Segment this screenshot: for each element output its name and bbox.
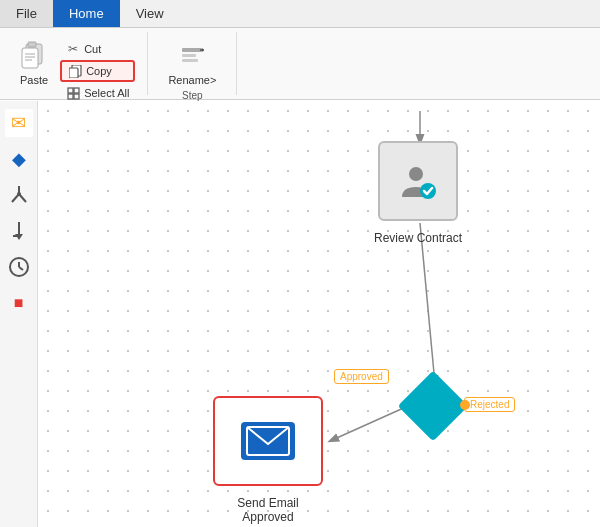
select-all-label: Select All <box>84 87 129 99</box>
svg-point-20 <box>17 192 21 196</box>
svg-rect-11 <box>74 94 79 99</box>
decision-diamond-node[interactable] <box>398 371 469 442</box>
rejected-dot <box>460 400 470 410</box>
send-email-approved-node[interactable] <box>213 396 323 486</box>
svg-rect-9 <box>74 88 79 93</box>
rejected-label: Rejected <box>464 397 515 412</box>
svg-rect-2 <box>28 42 36 47</box>
svg-line-26 <box>19 267 23 270</box>
svg-rect-14 <box>182 59 198 62</box>
svg-rect-12 <box>182 48 202 52</box>
paste-label: Paste <box>20 74 48 86</box>
rename-icon <box>178 40 206 72</box>
sidebar-diamond[interactable]: ◆ <box>5 145 33 173</box>
svg-line-29 <box>420 223 435 384</box>
copy-button[interactable]: Copy <box>60 60 135 82</box>
approved-label: Approved <box>334 369 389 384</box>
svg-point-31 <box>409 167 423 181</box>
review-icon <box>398 161 438 201</box>
svg-rect-8 <box>68 88 73 93</box>
svg-rect-1 <box>22 48 38 68</box>
canvas: Review Contract Approved Rejected Send E… <box>38 101 600 527</box>
menu-file[interactable]: File <box>0 0 53 27</box>
menu-home[interactable]: Home <box>53 0 120 27</box>
copy-label: Copy <box>86 65 112 77</box>
sidebar: ✉ ◆ ■ <box>0 101 38 527</box>
review-contract-node[interactable] <box>378 141 458 221</box>
rename-label: Rename> <box>168 74 216 86</box>
select-all-icon <box>66 86 80 100</box>
send-email-approved-label: Send Email Approved <box>213 496 323 524</box>
sidebar-stop[interactable]: ■ <box>5 289 33 317</box>
sidebar-branch[interactable] <box>5 181 33 209</box>
sidebar-arrow[interactable] <box>5 217 33 245</box>
email-envelope-icon <box>241 422 295 460</box>
cut-label: Cut <box>84 43 101 55</box>
sidebar-envelope[interactable]: ✉ <box>5 109 33 137</box>
copy-icon <box>68 64 82 78</box>
paste-icon <box>20 40 48 72</box>
clipboard-col: ✂ Cut Copy <box>60 36 135 102</box>
ribbon: Paste ✂ Cut Copy <box>0 28 600 100</box>
svg-rect-13 <box>182 54 196 57</box>
ribbon-step-group: Rename> Step <box>148 32 237 95</box>
paste-button[interactable]: Paste <box>12 36 56 90</box>
svg-marker-16 <box>202 48 204 52</box>
svg-rect-7 <box>69 68 78 78</box>
cut-button[interactable]: ✂ Cut <box>60 40 135 58</box>
ribbon-clipboard-group: Paste ✂ Cut Copy <box>0 32 148 95</box>
review-contract-label: Review Contract <box>358 231 478 245</box>
svg-rect-10 <box>68 94 73 99</box>
sidebar-clock[interactable] <box>5 253 33 281</box>
rename-button[interactable]: Rename> <box>160 36 224 90</box>
menu-bar: File Home View <box>0 0 600 28</box>
svg-line-30 <box>330 406 408 441</box>
select-all-button[interactable]: Select All <box>60 84 135 102</box>
menu-view[interactable]: View <box>120 0 180 27</box>
cut-icon: ✂ <box>66 42 80 56</box>
